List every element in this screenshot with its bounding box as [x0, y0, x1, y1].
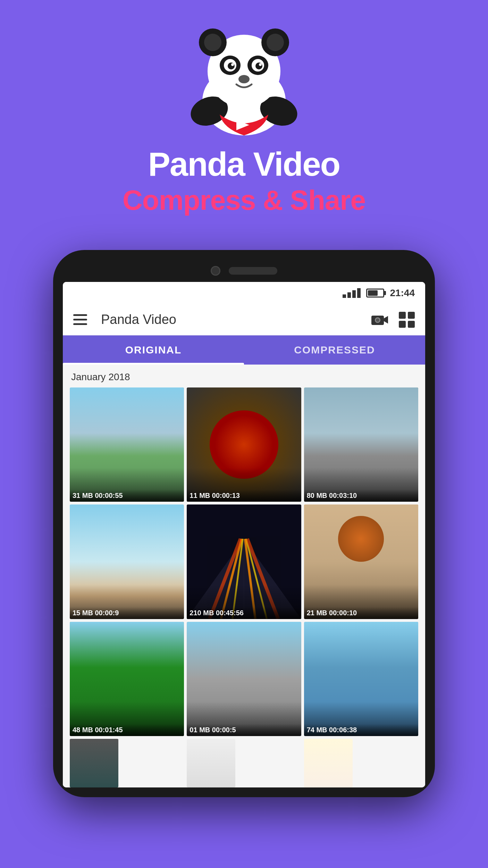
app-header: Panda Video [63, 304, 425, 335]
svg-point-5 [204, 34, 221, 51]
tab-bar: ORIGINAL COMPRESSED [63, 335, 425, 365]
video-thumb-7[interactable]: 48 MB 00:01:45 [70, 622, 184, 736]
tab-original[interactable]: ORIGINAL [63, 335, 244, 365]
svg-point-16 [238, 75, 250, 83]
status-time: 21:44 [390, 287, 415, 299]
video-thumb-5[interactable]: 210 MB 00:45:56 [187, 504, 301, 619]
video-info-4: 15 MB 00:00:9 [70, 607, 184, 619]
battery-indicator [366, 289, 384, 298]
video-grid-row4 [70, 739, 418, 787]
video-info-2: 11 MB 00:00:13 [187, 490, 301, 502]
phone-screen: 21:44 Panda Video [63, 282, 425, 787]
svg-marker-19 [384, 316, 388, 324]
video-thumb-11[interactable] [187, 739, 235, 787]
svg-point-15 [259, 63, 262, 66]
video-thumb-6[interactable]: 21 MB 00:00:10 [304, 504, 418, 619]
camera-icon[interactable] [371, 314, 388, 326]
video-info-3: 80 MB 00:03:10 [304, 490, 418, 502]
svg-point-21 [376, 318, 379, 322]
app-title: Panda Video [148, 146, 340, 183]
video-thumb-8[interactable]: 01 MB 00:00:5 [187, 622, 301, 736]
header-icons [371, 312, 415, 328]
video-thumb-4[interactable]: 15 MB 00:00:9 [70, 504, 184, 619]
svg-point-12 [228, 62, 235, 69]
top-section: Panda Video Compress & Share [0, 0, 488, 216]
header-title: Panda Video [101, 312, 371, 327]
app-subtitle: Compress & Share [123, 184, 365, 216]
video-info-5: 210 MB 00:45:56 [187, 607, 301, 619]
phone-mockup: 21:44 Panda Video [53, 250, 435, 797]
status-bar: 21:44 [63, 282, 425, 304]
video-info-9: 74 MB 00:06:38 [304, 724, 418, 736]
panda-logo [185, 21, 303, 139]
video-thumb-1[interactable]: 31 MB 00:00:55 [70, 387, 184, 502]
video-thumb-9[interactable]: 74 MB 00:06:38 [304, 622, 418, 736]
tab-compressed[interactable]: COMPRESSED [244, 335, 425, 365]
video-section: January 2018 31 MB 00:00:55 [63, 365, 425, 787]
video-info-8: 01 MB 00:00:5 [187, 724, 301, 736]
video-thumb-12[interactable] [304, 739, 353, 787]
svg-point-7 [267, 34, 284, 51]
front-camera [211, 266, 220, 276]
video-thumb-10[interactable] [70, 739, 118, 787]
grid-view-button[interactable] [399, 312, 415, 328]
svg-point-13 [255, 62, 262, 69]
video-info-1: 31 MB 00:00:55 [70, 490, 184, 502]
video-thumb-2[interactable]: 11 MB 00:00:13 [187, 387, 301, 502]
video-thumb-3[interactable]: 80 MB 00:03:10 [304, 387, 418, 502]
signal-indicator [343, 288, 361, 298]
speaker [229, 267, 277, 275]
svg-point-14 [231, 63, 234, 66]
section-date-label: January 2018 [70, 372, 418, 383]
video-info-6: 21 MB 00:00:10 [304, 607, 418, 619]
video-grid: 31 MB 00:00:55 11 MB 00:00:13 80 MB 00: [70, 387, 418, 736]
phone-top-bar [63, 260, 425, 282]
video-info-7: 48 MB 00:01:45 [70, 724, 184, 736]
menu-button[interactable] [73, 314, 87, 325]
